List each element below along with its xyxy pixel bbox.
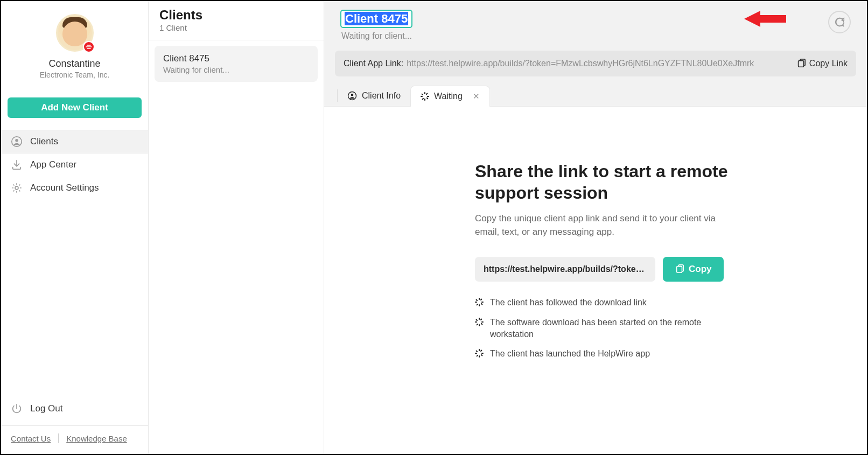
user-name: Constantine: [48, 58, 100, 69]
copy-button[interactable]: Copy: [663, 257, 724, 282]
user-circle-icon: [11, 136, 23, 148]
client-card-subtitle: Waiting for client...: [163, 65, 309, 74]
add-new-client-button[interactable]: Add New Client: [8, 97, 142, 118]
clients-title: Clients: [159, 8, 313, 23]
sidebar: Constantine Electronic Team, Inc. Add Ne…: [1, 1, 149, 454]
spinner-icon: [475, 298, 484, 306]
svg-marker-12: [744, 11, 786, 27]
power-icon: [11, 403, 23, 415]
main-panel: Client 8475 Waiting for client... Client…: [324, 1, 867, 454]
tab-waiting[interactable]: Waiting ✕: [410, 86, 490, 107]
client-card-title: Client 8475: [163, 53, 309, 64]
main-body: Share the link to start a remote support…: [324, 107, 867, 454]
chat-icon: [834, 16, 845, 28]
spinner-icon: [421, 92, 429, 101]
status-step: The client has followed the download lin…: [475, 297, 733, 309]
spinner-icon: [475, 318, 484, 326]
nav-item-clients[interactable]: Clients: [1, 130, 148, 153]
copy-icon: [796, 59, 806, 68]
knowledge-base-link[interactable]: Knowledge Base: [66, 434, 127, 443]
nav-label: Clients: [30, 136, 58, 147]
client-subtitle: Waiting for client...: [341, 31, 851, 41]
red-arrow-annotation: [744, 9, 786, 29]
status-step: The software download has been started o…: [475, 317, 733, 341]
avatar[interactable]: [56, 14, 94, 52]
sidebar-nav: Clients App Center Account Settings: [1, 130, 148, 200]
svg-point-10: [15, 139, 18, 142]
copy-link-button[interactable]: Copy Link: [796, 59, 848, 68]
clients-header: Clients 1 Client: [149, 1, 324, 40]
link-bar-url[interactable]: https://test.helpwire.app/builds/?token=…: [407, 59, 793, 68]
share-title: Share the link to start a remote support…: [475, 160, 733, 204]
clients-column: Clients 1 Client Client 8475 Waiting for…: [149, 1, 324, 454]
tab-close-button[interactable]: ✕: [473, 92, 480, 101]
footer-separator: [58, 433, 59, 443]
share-url-field[interactable]: https://test.helpwire.app/builds/?token.…: [475, 257, 655, 282]
gear-icon: [11, 182, 23, 194]
status-steps: The client has followed the download lin…: [475, 297, 733, 360]
nav-item-app-center[interactable]: App Center: [1, 153, 148, 177]
step-text: The software download has been started o…: [490, 317, 733, 341]
step-text: The client has launched the HelpWire app: [490, 348, 650, 360]
nav-item-account-settings[interactable]: Account Settings: [1, 177, 148, 200]
nav-label: Account Settings: [30, 183, 99, 193]
tab-client-info[interactable]: Client Info: [338, 85, 410, 106]
profile-block: Constantine Electronic Team, Inc.: [1, 14, 148, 88]
svg-point-11: [15, 186, 18, 190]
tab-label: Waiting: [434, 92, 463, 101]
footer-links: Contact Us Knowledge Base: [1, 425, 148, 454]
client-app-link-bar: Client App Link: https://test.helpwire.a…: [335, 51, 856, 76]
clients-count: 1 Client: [159, 23, 313, 32]
client-title-text: Client 8475: [345, 12, 408, 25]
spinner-icon: [475, 349, 484, 358]
user-icon: [347, 91, 357, 101]
copy-icon: [675, 264, 684, 274]
svg-point-14: [351, 93, 354, 96]
avatar-badge-icon: [83, 41, 95, 53]
copy-button-label: Copy: [689, 264, 712, 275]
contact-us-link[interactable]: Contact Us: [11, 434, 51, 443]
tabs: Client Info Waiting ✕: [324, 76, 867, 107]
link-bar-label: Client App Link:: [344, 59, 403, 68]
client-card[interactable]: Client 8475 Waiting for client...: [155, 46, 318, 82]
copy-link-label: Copy Link: [809, 59, 848, 68]
status-step: The client has launched the HelpWire app: [475, 348, 733, 360]
main-header: Client 8475 Waiting for client...: [324, 1, 867, 46]
share-link-row: https://test.helpwire.app/builds/?token.…: [475, 257, 835, 282]
logout-label: Log Out: [30, 403, 63, 414]
nav-label: App Center: [30, 159, 76, 170]
chat-button[interactable]: [828, 11, 851, 33]
download-icon: [11, 159, 23, 171]
close-icon: ✕: [473, 92, 480, 101]
tab-label: Client Info: [362, 91, 401, 101]
step-text: The client has followed the download lin…: [490, 297, 647, 309]
client-title-input[interactable]: Client 8475: [340, 10, 412, 28]
user-org: Electronic Team, Inc.: [40, 71, 110, 79]
logout-button[interactable]: Log Out: [1, 397, 148, 425]
share-description: Copy the unique client app link and send…: [475, 212, 723, 239]
